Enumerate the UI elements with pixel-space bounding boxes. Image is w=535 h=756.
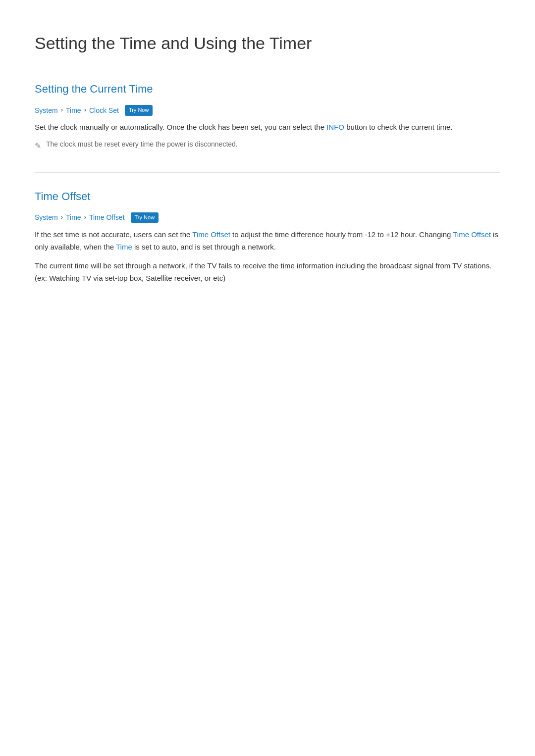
note-clock-reset: ✎ The clock must be reset every time the… <box>35 139 500 152</box>
section2-body1-text2: to adjust the time difference hourly fro… <box>230 230 453 239</box>
section1-info-highlight: INFO <box>326 123 344 131</box>
breadcrumb-sep-2: › <box>84 105 86 115</box>
section2-body1-text4: is set to auto, and is set through a net… <box>132 243 276 251</box>
section-current-time: Setting the Current Time System › Time ›… <box>35 80 500 152</box>
breadcrumb-clock-set-label[interactable]: Clock Set <box>89 105 119 116</box>
section2-time-highlight: Time <box>116 243 132 251</box>
section2-body2: The current time will be set through a n… <box>35 259 500 285</box>
breadcrumb-time-offset: System › Time › Time Offset Try Now <box>35 212 500 223</box>
breadcrumb-time-offset-label[interactable]: Time Offset <box>89 212 125 223</box>
section2-body1: If the set time is not accurate, users c… <box>35 228 500 253</box>
breadcrumb-clock-set: System › Time › Clock Set Try Now <box>35 105 500 116</box>
section2-body1-text1: If the set time is not accurate, users c… <box>35 230 192 239</box>
breadcrumb-time-2[interactable]: Time <box>66 212 81 223</box>
section2-time-offset-highlight2: Time Offset <box>453 230 491 239</box>
section1-body: Set the clock manually or automatically.… <box>35 121 500 134</box>
pencil-icon: ✎ <box>35 140 41 152</box>
section-divider <box>35 172 500 173</box>
breadcrumb-sep-3: › <box>61 212 63 223</box>
section1-body-text2: button to check the current time. <box>344 123 452 131</box>
breadcrumb-sep-1: › <box>61 105 63 115</box>
breadcrumb-system[interactable]: System <box>35 105 58 116</box>
note-text-clock: The clock must be reset every time the p… <box>46 139 238 150</box>
breadcrumb-sep-4: › <box>84 212 86 223</box>
section-time-offset: Time Offset System › Time › Time Offset … <box>35 188 500 285</box>
page-title: Setting the Time and Using the Timer <box>35 25 500 56</box>
section1-body-text1: Set the clock manually or automatically.… <box>35 123 326 131</box>
try-now-badge-offset[interactable]: Try Now <box>131 212 159 223</box>
breadcrumb-system-2[interactable]: System <box>35 212 58 223</box>
section-title-current-time: Setting the Current Time <box>35 80 500 98</box>
try-now-badge-clock[interactable]: Try Now <box>125 105 153 116</box>
section2-time-offset-highlight1: Time Offset <box>192 230 230 239</box>
section-title-time-offset: Time Offset <box>35 188 500 205</box>
breadcrumb-time[interactable]: Time <box>66 105 81 116</box>
